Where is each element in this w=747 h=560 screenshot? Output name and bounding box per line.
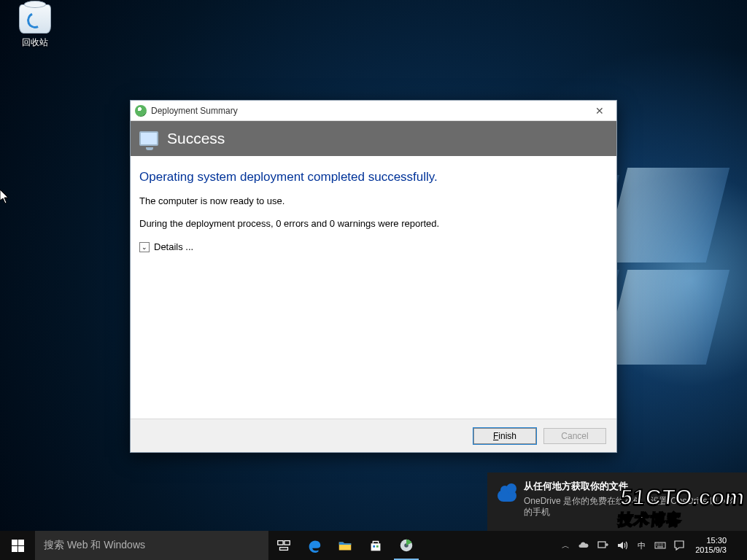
recycle-bin-icon xyxy=(19,4,51,34)
search-placeholder: 搜索 Web 和 Windows xyxy=(44,539,145,552)
details-label: Details ... xyxy=(154,241,193,254)
monitor-icon xyxy=(139,131,158,146)
task-view-button[interactable] xyxy=(268,531,299,560)
file-explorer-button[interactable] xyxy=(330,531,360,560)
clock[interactable]: 15:30 2015/9/3 xyxy=(692,536,729,554)
search-input[interactable]: 搜索 Web 和 Windows xyxy=(35,531,268,560)
tray-chevron-up-icon[interactable]: ︿ xyxy=(560,540,571,551)
disc-icon xyxy=(398,537,414,553)
volume-tray-icon[interactable] xyxy=(616,540,628,551)
onedrive-tray-icon[interactable] xyxy=(578,540,590,551)
status-banner: Success xyxy=(131,121,616,156)
body-line-2: During the deployment process, 0 errors … xyxy=(139,218,603,230)
close-button[interactable]: ✕ xyxy=(587,101,612,120)
mouse-cursor xyxy=(0,190,10,204)
folder-icon xyxy=(337,537,353,553)
task-view-icon xyxy=(276,537,292,553)
svg-rect-4 xyxy=(376,545,379,548)
edge-icon xyxy=(306,537,322,553)
status-banner-text: Success xyxy=(167,130,225,147)
app-icon xyxy=(135,105,147,117)
ime-tray-icon[interactable]: 中 xyxy=(635,540,647,551)
titlebar[interactable]: Deployment Summary ✕ xyxy=(131,101,616,121)
clock-date: 2015/9/3 xyxy=(695,545,727,555)
notification-title: 从任何地方获取你的文件 xyxy=(524,480,737,493)
heading: Operating system deployment completed su… xyxy=(139,169,603,185)
taskbar: 搜索 Web 和 Windows ︿ 中 15:30 2 xyxy=(0,531,747,560)
body-line-1: The computer is now ready to use. xyxy=(139,195,603,208)
recycle-bin-label: 回收站 xyxy=(10,36,60,49)
deployment-summary-dialog: Deployment Summary ✕ Success Operating s… xyxy=(130,100,617,453)
keyboard-tray-icon[interactable] xyxy=(654,540,666,551)
clock-time: 15:30 xyxy=(695,536,727,545)
action-center-icon[interactable] xyxy=(673,540,685,551)
svg-rect-0 xyxy=(278,541,283,545)
system-tray: ︿ 中 15:30 2015/9/3 xyxy=(554,531,747,560)
window-title: Deployment Summary xyxy=(151,106,238,116)
chevron-down-icon: ⌄ xyxy=(139,242,150,252)
edge-button[interactable] xyxy=(299,531,330,560)
network-tray-icon[interactable] xyxy=(597,540,609,551)
store-button[interactable] xyxy=(360,531,391,560)
details-expander[interactable]: ⌄ Details ... xyxy=(139,241,193,254)
windows-logo-icon xyxy=(12,540,24,552)
cancel-button: Cancel xyxy=(543,428,606,444)
recycle-bin-desktop-icon[interactable]: 回收站 xyxy=(10,4,60,49)
dialog-footer: Finish Cancel xyxy=(131,419,616,452)
start-button[interactable] xyxy=(0,531,35,560)
deployment-app-taskbar-button[interactable] xyxy=(391,531,422,560)
store-icon xyxy=(368,537,384,553)
onedrive-icon xyxy=(498,490,516,502)
notification-body: OneDrive 是你的免费在线存储。设置 OneDrive 以从你的手机 xyxy=(524,496,737,518)
dialog-content: Operating system deployment completed su… xyxy=(131,156,616,419)
svg-rect-2 xyxy=(280,548,288,551)
svg-rect-1 xyxy=(285,541,290,545)
svg-rect-7 xyxy=(598,542,605,548)
onedrive-notification[interactable]: 从任何地方获取你的文件 OneDrive 是你的免费在线存储。设置 OneDri… xyxy=(487,472,747,531)
finish-button[interactable]: Finish xyxy=(473,428,536,444)
svg-rect-3 xyxy=(373,545,375,548)
